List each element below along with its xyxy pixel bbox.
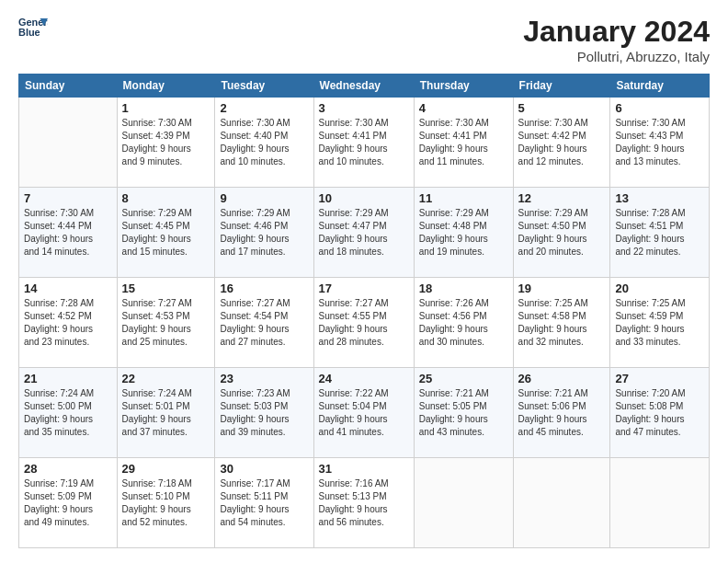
day-cell: 1Sunrise: 7:30 AMSunset: 4:39 PMDaylight…	[117, 98, 215, 188]
day-cell: 11Sunrise: 7:29 AMSunset: 4:48 PMDayligh…	[414, 188, 513, 278]
day-number: 20	[615, 282, 704, 295]
week-row-2: 7Sunrise: 7:30 AMSunset: 4:44 PMDaylight…	[19, 188, 710, 278]
day-cell: 25Sunrise: 7:21 AMSunset: 5:05 PMDayligh…	[414, 368, 513, 458]
day-cell	[414, 458, 513, 548]
day-info: Sunrise: 7:30 AMSunset: 4:44 PMDaylight:…	[24, 207, 112, 259]
day-info: Sunrise: 7:18 AMSunset: 5:10 PMDaylight:…	[122, 477, 210, 529]
day-cell: 6Sunrise: 7:30 AMSunset: 4:43 PMDaylight…	[610, 98, 710, 188]
day-number: 22	[122, 372, 210, 385]
day-number: 2	[220, 101, 308, 115]
day-number: 24	[319, 372, 409, 385]
day-info: Sunrise: 7:22 AMSunset: 5:04 PMDaylight:…	[319, 387, 409, 439]
day-number: 19	[518, 282, 606, 295]
day-number: 18	[419, 282, 508, 295]
day-number: 15	[122, 282, 210, 295]
day-cell: 31Sunrise: 7:16 AMSunset: 5:13 PMDayligh…	[313, 458, 414, 548]
day-info: Sunrise: 7:25 AMSunset: 4:58 PMDaylight:…	[518, 297, 606, 349]
day-cell: 14Sunrise: 7:28 AMSunset: 4:52 PMDayligh…	[19, 278, 118, 368]
day-cell	[19, 98, 118, 188]
day-number: 6	[615, 101, 704, 115]
day-info: Sunrise: 7:16 AMSunset: 5:13 PMDaylight:…	[319, 477, 409, 529]
header: General Blue January 2024 Pollutri, Abru…	[18, 15, 710, 64]
day-cell: 19Sunrise: 7:25 AMSunset: 4:58 PMDayligh…	[513, 278, 610, 368]
weekday-header-row: SundayMondayTuesdayWednesdayThursdayFrid…	[19, 75, 710, 98]
day-cell: 18Sunrise: 7:26 AMSunset: 4:56 PMDayligh…	[414, 278, 513, 368]
day-cell: 3Sunrise: 7:30 AMSunset: 4:41 PMDaylight…	[313, 98, 414, 188]
day-number: 12	[518, 191, 606, 205]
day-cell	[513, 458, 610, 548]
week-row-3: 14Sunrise: 7:28 AMSunset: 4:52 PMDayligh…	[19, 278, 710, 368]
weekday-header-monday: Monday	[117, 75, 215, 98]
day-number: 21	[24, 372, 112, 385]
day-number: 1	[122, 101, 210, 115]
day-cell: 20Sunrise: 7:25 AMSunset: 4:59 PMDayligh…	[610, 278, 710, 368]
day-cell: 23Sunrise: 7:23 AMSunset: 5:03 PMDayligh…	[215, 368, 313, 458]
weekday-header-thursday: Thursday	[414, 75, 513, 98]
weekday-header-wednesday: Wednesday	[313, 75, 414, 98]
location-title: Pollutri, Abruzzo, Italy	[523, 49, 710, 64]
day-number: 27	[615, 372, 704, 385]
day-number: 14	[24, 282, 112, 295]
day-number: 17	[319, 282, 409, 295]
page: General Blue January 2024 Pollutri, Abru…	[0, 0, 728, 563]
week-row-4: 21Sunrise: 7:24 AMSunset: 5:00 PMDayligh…	[19, 368, 710, 458]
day-info: Sunrise: 7:27 AMSunset: 4:54 PMDaylight:…	[220, 297, 308, 349]
day-info: Sunrise: 7:24 AMSunset: 5:01 PMDaylight:…	[122, 387, 210, 439]
day-cell: 2Sunrise: 7:30 AMSunset: 4:40 PMDaylight…	[215, 98, 313, 188]
day-info: Sunrise: 7:23 AMSunset: 5:03 PMDaylight:…	[220, 387, 308, 439]
day-number: 3	[319, 101, 409, 115]
day-info: Sunrise: 7:27 AMSunset: 4:55 PMDaylight:…	[319, 297, 409, 349]
day-number: 7	[24, 191, 112, 205]
day-info: Sunrise: 7:27 AMSunset: 4:53 PMDaylight:…	[122, 297, 210, 349]
day-number: 23	[220, 372, 308, 385]
weekday-header-tuesday: Tuesday	[215, 75, 313, 98]
day-info: Sunrise: 7:29 AMSunset: 4:50 PMDaylight:…	[518, 207, 606, 259]
day-number: 5	[518, 101, 606, 115]
day-cell: 21Sunrise: 7:24 AMSunset: 5:00 PMDayligh…	[19, 368, 118, 458]
svg-text:Blue: Blue	[18, 27, 40, 38]
week-row-1: 1Sunrise: 7:30 AMSunset: 4:39 PMDaylight…	[19, 98, 710, 188]
day-info: Sunrise: 7:20 AMSunset: 5:08 PMDaylight:…	[615, 387, 704, 439]
day-cell: 29Sunrise: 7:18 AMSunset: 5:10 PMDayligh…	[117, 458, 215, 548]
day-cell: 8Sunrise: 7:29 AMSunset: 4:45 PMDaylight…	[117, 188, 215, 278]
day-number: 29	[122, 462, 210, 476]
day-info: Sunrise: 7:28 AMSunset: 4:52 PMDaylight:…	[24, 297, 112, 349]
day-info: Sunrise: 7:30 AMSunset: 4:40 PMDaylight:…	[220, 117, 308, 168]
day-number: 8	[122, 191, 210, 205]
day-info: Sunrise: 7:29 AMSunset: 4:46 PMDaylight:…	[220, 207, 308, 259]
day-cell: 26Sunrise: 7:21 AMSunset: 5:06 PMDayligh…	[513, 368, 610, 458]
day-info: Sunrise: 7:29 AMSunset: 4:45 PMDaylight:…	[122, 207, 210, 259]
day-info: Sunrise: 7:30 AMSunset: 4:41 PMDaylight:…	[419, 117, 508, 168]
day-info: Sunrise: 7:17 AMSunset: 5:11 PMDaylight:…	[220, 477, 308, 529]
day-number: 31	[319, 462, 409, 476]
day-info: Sunrise: 7:21 AMSunset: 5:05 PMDaylight:…	[419, 387, 508, 439]
day-number: 30	[220, 462, 308, 476]
weekday-header-saturday: Saturday	[610, 75, 710, 98]
day-cell: 10Sunrise: 7:29 AMSunset: 4:47 PMDayligh…	[313, 188, 414, 278]
day-cell: 17Sunrise: 7:27 AMSunset: 4:55 PMDayligh…	[313, 278, 414, 368]
day-cell: 28Sunrise: 7:19 AMSunset: 5:09 PMDayligh…	[19, 458, 118, 548]
day-cell: 27Sunrise: 7:20 AMSunset: 5:08 PMDayligh…	[610, 368, 710, 458]
day-cell: 13Sunrise: 7:28 AMSunset: 4:51 PMDayligh…	[610, 188, 710, 278]
day-info: Sunrise: 7:30 AMSunset: 4:43 PMDaylight:…	[615, 117, 704, 168]
day-cell: 16Sunrise: 7:27 AMSunset: 4:54 PMDayligh…	[215, 278, 313, 368]
day-info: Sunrise: 7:25 AMSunset: 4:59 PMDaylight:…	[615, 297, 704, 349]
day-number: 26	[518, 372, 606, 385]
day-cell: 15Sunrise: 7:27 AMSunset: 4:53 PMDayligh…	[117, 278, 215, 368]
day-number: 10	[319, 191, 409, 205]
logo-icon: General Blue	[18, 15, 48, 40]
day-info: Sunrise: 7:29 AMSunset: 4:48 PMDaylight:…	[419, 207, 508, 259]
day-info: Sunrise: 7:30 AMSunset: 4:39 PMDaylight:…	[122, 117, 210, 168]
calendar-table: SundayMondayTuesdayWednesdayThursdayFrid…	[18, 74, 710, 548]
day-cell: 22Sunrise: 7:24 AMSunset: 5:01 PMDayligh…	[117, 368, 215, 458]
weekday-header-sunday: Sunday	[19, 75, 118, 98]
title-area: January 2024 Pollutri, Abruzzo, Italy	[523, 15, 710, 64]
day-number: 25	[419, 372, 508, 385]
month-title: January 2024	[523, 15, 710, 49]
logo: General Blue	[18, 15, 48, 40]
day-info: Sunrise: 7:30 AMSunset: 4:42 PMDaylight:…	[518, 117, 606, 168]
day-number: 13	[615, 191, 704, 205]
day-info: Sunrise: 7:24 AMSunset: 5:00 PMDaylight:…	[24, 387, 112, 439]
day-cell: 12Sunrise: 7:29 AMSunset: 4:50 PMDayligh…	[513, 188, 610, 278]
week-row-5: 28Sunrise: 7:19 AMSunset: 5:09 PMDayligh…	[19, 458, 710, 548]
